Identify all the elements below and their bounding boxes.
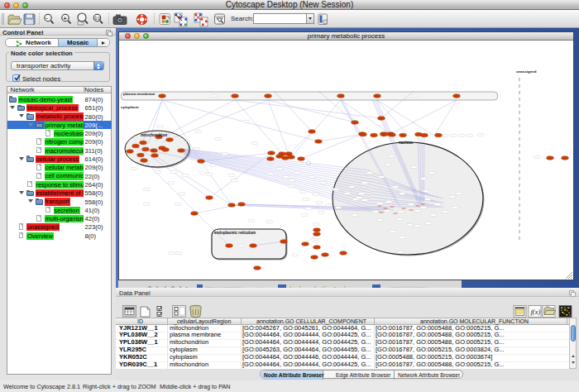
svg-text:f(x): f(x)	[531, 308, 541, 316]
svg-text:cytoplasm: cytoplasm	[121, 105, 139, 109]
svg-text:unassigned: unassigned	[516, 69, 537, 74]
svg-text:1:1: 1:1	[95, 17, 101, 21]
svg-text:endoplasmic reticulum: endoplasmic reticulum	[214, 231, 256, 235]
svg-text:+: +	[64, 16, 67, 22]
svg-text:nucleus: nucleus	[399, 141, 414, 145]
svg-text:plasma membrane: plasma membrane	[123, 92, 156, 96]
svg-text:mitochondrion: mitochondrion	[141, 133, 167, 137]
